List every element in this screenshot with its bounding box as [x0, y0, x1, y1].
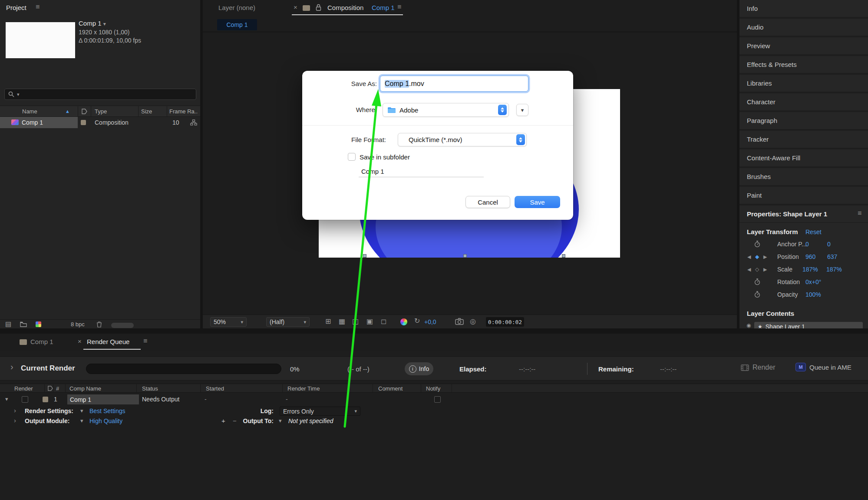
selected-comp-name[interactable]: Comp 1: [79, 20, 102, 27]
guides-icon[interactable]: ◻: [381, 317, 386, 325]
add-output-module-icon[interactable]: +: [221, 417, 225, 424]
choose-grid-icon[interactable]: ⊞: [325, 317, 331, 325]
item-label-color-chip[interactable]: [43, 397, 48, 402]
filename-input[interactable]: Comp 1.mov: [380, 76, 528, 92]
expander-icon[interactable]: ›: [14, 407, 16, 414]
new-folder-icon[interactable]: [20, 321, 27, 327]
col-size[interactable]: Size: [141, 108, 152, 115]
project-search-input[interactable]: ▾: [4, 89, 196, 100]
stopwatch-icon[interactable]: [754, 278, 760, 285]
sort-ascending-icon[interactable]: ▲: [65, 109, 70, 114]
save-in-subfolder-label[interactable]: Save in subfolder: [360, 153, 410, 161]
scale-x-value[interactable]: 187%: [802, 266, 818, 273]
exposure-value[interactable]: +0,0: [424, 318, 436, 325]
file-format-dropdown[interactable]: QuickTime (*.mov): [398, 133, 527, 146]
shape-layer-name[interactable]: Shape Layer 1: [766, 323, 805, 328]
col-status[interactable]: Status: [142, 385, 158, 392]
color-management-icon[interactable]: [400, 318, 407, 325]
output-to-value[interactable]: Not yet specified: [288, 417, 333, 424]
chevron-down-icon[interactable]: ▾: [279, 417, 282, 424]
save-button[interactable]: Save: [515, 196, 560, 208]
selected-comp-cell[interactable]: Comp 1: [67, 394, 139, 404]
rotation-value[interactable]: 0x+0°: [805, 278, 821, 285]
snapshot-camera-icon[interactable]: [455, 318, 464, 325]
selection-handle[interactable]: [363, 254, 366, 258]
region-of-interest-icon[interactable]: ▣: [366, 317, 373, 325]
close-tab-icon[interactable]: ×: [294, 3, 297, 11]
keyframe-active-icon[interactable]: ◆: [755, 254, 759, 260]
keyframe-next-icon[interactable]: ▶: [763, 254, 767, 260]
scale-y-value[interactable]: 187%: [826, 266, 842, 273]
selection-handle[interactable]: [463, 254, 467, 258]
opacity-value[interactable]: 100%: [805, 291, 821, 298]
position-y-value[interactable]: 637: [827, 253, 837, 260]
col-number[interactable]: #: [56, 385, 59, 392]
tab-composition-name[interactable]: Comp 1: [372, 4, 395, 11]
sidebar-item-preview[interactable]: Preview: [739, 37, 868, 54]
reset-link[interactable]: Reset: [805, 228, 822, 235]
bit-depth-indicator[interactable]: 8 bpc: [71, 321, 85, 328]
info-button[interactable]: i Info: [405, 362, 433, 375]
show-snapshot-icon[interactable]: ◎: [470, 317, 476, 325]
col-render[interactable]: Render: [14, 385, 33, 392]
footer-scrubber[interactable]: [111, 323, 134, 328]
resolution-dropdown[interactable]: (Half) ▾: [266, 317, 310, 327]
properties-menu-icon[interactable]: ≡: [858, 209, 861, 217]
sidebar-item-content-aware-fill[interactable]: Content-Aware Fill: [739, 149, 868, 166]
visibility-icon[interactable]: ◉: [746, 322, 751, 328]
horizontal-panel-divider[interactable]: [0, 328, 868, 334]
sidebar-item-paragraph[interactable]: Paragraph: [739, 112, 868, 129]
label-color-column-icon[interactable]: [82, 109, 87, 114]
col-name[interactable]: Name: [22, 108, 37, 115]
list-view-icon[interactable]: ▤: [5, 320, 11, 328]
where-dropdown[interactable]: Adobe: [383, 103, 509, 117]
chevron-down-icon[interactable]: ▾: [80, 407, 83, 414]
keyframe-hollow-icon[interactable]: ◇: [755, 266, 759, 272]
anchor-y-value[interactable]: 0: [827, 241, 831, 248]
sidebar-item-character[interactable]: Character: [739, 93, 868, 110]
toggle-mask-icon[interactable]: ◫: [352, 317, 359, 325]
col-render-time[interactable]: Render Time: [287, 385, 320, 392]
render-checkbox[interactable]: [22, 396, 28, 403]
save-in-subfolder-checkbox[interactable]: [348, 153, 356, 161]
expander-icon[interactable]: ›: [14, 417, 16, 424]
stopwatch-icon[interactable]: [754, 241, 760, 248]
refresh-icon[interactable]: ↻: [414, 317, 420, 325]
expander-icon[interactable]: ›: [10, 362, 13, 372]
disclosure-button[interactable]: ▾: [516, 104, 528, 116]
stopwatch-icon[interactable]: [754, 291, 760, 298]
cancel-button[interactable]: Cancel: [465, 196, 510, 208]
zoom-dropdown[interactable]: 50% ▾: [210, 317, 247, 327]
sidebar-item-tracker[interactable]: Tracker: [739, 131, 868, 148]
position-x-value[interactable]: 960: [805, 253, 815, 260]
anchor-x-value[interactable]: 0: [805, 241, 809, 248]
trash-icon[interactable]: [96, 321, 102, 328]
queue-item-row[interactable]: ▾ 1 Comp 1 Needs Output - -: [0, 394, 868, 405]
keyframe-next-icon[interactable]: ▶: [763, 267, 767, 272]
tab-layer-none[interactable]: Layer (none): [218, 4, 255, 11]
project-tab[interactable]: Project: [6, 4, 26, 11]
col-notify[interactable]: Notify: [426, 385, 440, 392]
sidebar-item-brushes[interactable]: Brushes: [739, 168, 868, 185]
render-queue-menu-icon[interactable]: ≡: [143, 337, 147, 345]
sidebar-item-audio[interactable]: Audio: [739, 19, 868, 36]
item-name[interactable]: Comp 1: [22, 119, 43, 126]
selection-handle[interactable]: [562, 254, 565, 258]
sidebar-item-info[interactable]: Info: [739, 0, 868, 17]
shape-layer-row[interactable]: ◉ ★ Shape Layer 1: [739, 321, 868, 328]
col-comment[interactable]: Comment: [378, 385, 403, 392]
sidebar-item-effects-presets[interactable]: Effects & Presets: [739, 56, 868, 73]
close-tab-icon[interactable]: ×: [78, 338, 82, 345]
remove-output-module-icon[interactable]: −: [233, 417, 237, 424]
lock-icon[interactable]: [316, 4, 321, 11]
label-color-column-icon[interactable]: [48, 386, 53, 391]
col-type[interactable]: Type: [95, 108, 107, 115]
project-settings-color-icon[interactable]: [36, 321, 41, 327]
search-options-icon[interactable]: ▾: [17, 92, 20, 97]
sidebar-item-libraries[interactable]: Libraries: [739, 75, 868, 92]
comp-dropdown-icon[interactable]: ▾: [103, 21, 106, 27]
subfolder-name-input[interactable]: Comp 1: [359, 166, 484, 177]
col-comp-name[interactable]: Comp Name: [69, 385, 101, 392]
notify-checkbox[interactable]: [434, 396, 441, 403]
viewer-panel-menu-icon[interactable]: ≡: [397, 3, 401, 11]
